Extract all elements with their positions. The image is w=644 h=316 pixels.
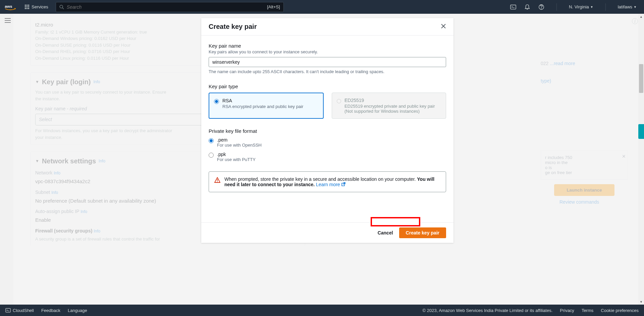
- svg-line-24: [343, 182, 345, 185]
- search-input[interactable]: [67, 4, 267, 10]
- region-label: N. Virginia: [569, 4, 589, 9]
- ppk-radio[interactable]: [209, 153, 214, 158]
- pem-radio[interactable]: [209, 138, 214, 143]
- pem-option[interactable]: .pem For use with OpenSSH: [209, 137, 446, 148]
- rsa-tile[interactable]: RSA RSA encrypted private and public key…: [209, 93, 324, 119]
- keypair-type-label: Key pair type: [209, 84, 446, 89]
- ed25519-title: ED25519: [344, 98, 441, 103]
- external-link-icon: [341, 182, 345, 186]
- modal-title: Create key pair: [209, 23, 257, 31]
- cookie-preferences-link[interactable]: Cookie preferences: [601, 308, 639, 313]
- svg-rect-25: [6, 308, 10, 312]
- vertical-scrollbar[interactable]: ▲ ▼: [638, 14, 644, 305]
- svg-rect-4: [25, 6, 26, 7]
- account-label: latifaws: [618, 4, 632, 9]
- keypair-name-label: Key pair name: [209, 43, 446, 49]
- scroll-down-arrow[interactable]: ▼: [638, 299, 644, 305]
- bell-icon[interactable]: [524, 4, 530, 10]
- privacy-link[interactable]: Privacy: [560, 308, 574, 313]
- svg-rect-7: [25, 8, 26, 9]
- grid-icon: [25, 5, 30, 9]
- svg-rect-12: [511, 5, 516, 9]
- keypair-name-input[interactable]: [209, 57, 446, 67]
- svg-rect-8: [26, 8, 28, 9]
- cloudshell-label: CloudShell: [13, 308, 34, 313]
- copyright-text: © 2023, Amazon Web Services India Privat…: [423, 308, 553, 313]
- rsa-radio[interactable]: [214, 99, 219, 104]
- search-shortcut: [Alt+S]: [267, 4, 280, 9]
- warning-alert: When prompted, store the private key in …: [209, 171, 446, 192]
- cloudshell-icon: [5, 308, 11, 313]
- svg-line-11: [62, 8, 64, 9]
- top-nav: aws Services [Alt+S] N. Virginia▼ latifa…: [0, 0, 644, 14]
- svg-point-15: [541, 8, 542, 9]
- separator: [605, 3, 606, 11]
- ed25519-tile: ED25519 ED25519 encrypted private and pu…: [332, 93, 446, 119]
- close-button[interactable]: [441, 23, 446, 31]
- svg-rect-2: [26, 5, 28, 6]
- help-icon[interactable]: [538, 4, 544, 10]
- close-icon: [441, 23, 446, 29]
- create-keypair-modal: Create key pair Key pair name Key pairs …: [201, 18, 453, 243]
- feedback-link[interactable]: Feedback: [41, 308, 60, 313]
- caret-down-icon: ▼: [590, 5, 593, 9]
- ppk-desc: For use with PuTTY: [217, 157, 256, 162]
- svg-rect-6: [28, 6, 29, 7]
- footer-bar: CloudShell Feedback Language © 2023, Ama…: [0, 305, 644, 316]
- feedback-tab[interactable]: [638, 124, 644, 139]
- ppk-title: .ppk: [217, 152, 256, 157]
- aws-logo: aws: [5, 4, 16, 10]
- file-format-label: Private key file format: [209, 128, 446, 134]
- topnav-icons: N. Virginia▼ latifaws▼: [510, 3, 639, 11]
- create-keypair-button[interactable]: Create key pair: [399, 227, 446, 238]
- keypair-name-help: Key pairs allow you to connect to your i…: [209, 49, 446, 54]
- keypair-name-section: Key pair name Key pairs allow you to con…: [209, 43, 446, 74]
- caret-down-icon: ▼: [634, 5, 637, 9]
- cloudshell-link[interactable]: CloudShell: [5, 308, 34, 313]
- svg-rect-1: [25, 5, 26, 6]
- ed25519-desc: ED25519 encrypted private and public key…: [344, 104, 441, 114]
- warning-text-part: When prompted, store the private key in …: [224, 176, 417, 182]
- file-format-section: Private key file format .pem For use wit…: [209, 128, 446, 162]
- svg-rect-5: [26, 6, 28, 7]
- svg-text:aws: aws: [5, 4, 12, 8]
- modal-body: Key pair name Key pairs allow you to con…: [201, 36, 453, 222]
- keypair-name-constraint: The name can include upto 255 ASCII char…: [209, 69, 446, 74]
- language-link[interactable]: Language: [68, 308, 87, 313]
- warning-icon: [214, 177, 220, 183]
- svg-rect-9: [28, 8, 29, 9]
- rsa-title: RSA: [222, 98, 303, 103]
- annotation-highlight: [371, 217, 420, 226]
- svg-point-10: [60, 5, 63, 8]
- ed25519-radio: [337, 99, 341, 104]
- modal-header: Create key pair: [201, 18, 453, 36]
- warning-text: When prompted, store the private key in …: [224, 176, 440, 187]
- cloudshell-icon[interactable]: [510, 4, 516, 10]
- learn-more-link[interactable]: Learn more: [316, 182, 345, 187]
- separator: [556, 3, 557, 11]
- terms-link[interactable]: Terms: [582, 308, 593, 313]
- search-icon: [59, 5, 64, 9]
- ppk-option[interactable]: .ppk For use with PuTTY: [209, 152, 446, 162]
- services-button[interactable]: Services: [22, 4, 51, 9]
- keypair-type-section: Key pair type RSA RSA encrypted private …: [209, 84, 446, 119]
- search-box[interactable]: [Alt+S]: [56, 2, 284, 12]
- svg-rect-3: [28, 5, 29, 6]
- pem-desc: For use with OpenSSH: [217, 143, 262, 148]
- scroll-up-arrow[interactable]: ▲: [638, 14, 644, 19]
- scroll-thumb[interactable]: [639, 64, 643, 93]
- svg-point-22: [217, 181, 218, 182]
- pem-title: .pem: [217, 137, 262, 143]
- rsa-desc: RSA encrypted private and public key pai…: [222, 104, 303, 109]
- services-label: Services: [32, 4, 48, 9]
- cancel-button[interactable]: Cancel: [378, 230, 393, 235]
- account-selector[interactable]: latifaws▼: [618, 4, 637, 9]
- region-selector[interactable]: N. Virginia▼: [569, 4, 593, 9]
